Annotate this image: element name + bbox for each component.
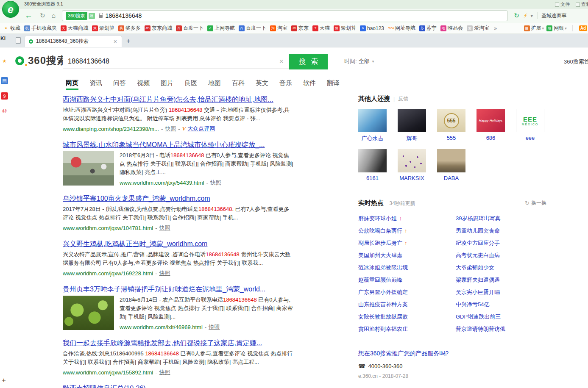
related-search-image[interactable] (358, 109, 387, 132)
hot-topic-item[interactable]: 广东男篮小外援确定 (358, 286, 456, 298)
site-link[interactable]: 大众点评网 (187, 125, 215, 133)
bookmark-item[interactable]: ✓ 上网导航 (207, 25, 235, 32)
related-search-label[interactable]: eee (516, 135, 544, 141)
result-thumbnail[interactable] (63, 296, 114, 330)
snapshot-link[interactable]: 快照 (165, 125, 176, 133)
hot-topic-item[interactable]: 范冰冰姐弟被限出境 (358, 261, 456, 274)
bookmark-item[interactable]: JD 京东商城 (145, 25, 172, 32)
titlebar-menu-item[interactable]: 文件 (555, 1, 570, 8)
toolbar-extra-item[interactable]: ▦ 扩展 ▾ (524, 25, 544, 32)
speed-mode-icon[interactable]: 速 (89, 13, 95, 19)
result-title-link[interactable]: 兴义野生鸡枞,吃鸡枞正当时_鸿蒙_worldhm.com (63, 239, 207, 248)
bookmark-item[interactable]: 机 手机收藏夹 (24, 25, 57, 32)
bookmarks-overflow-icon[interactable]: » (494, 25, 497, 31)
bookmark-item[interactable]: 苏 苏宁 (419, 25, 437, 32)
bookmark-item[interactable]: 爱 爱淘宝 (467, 25, 489, 32)
related-search-image[interactable] (398, 109, 426, 132)
bookmark-item[interactable]: 百 百度一下 (176, 25, 203, 32)
hot-topic-item[interactable]: 胖妹变环球小姐 ↑ (358, 212, 456, 224)
bookmark-item[interactable]: 唯 唯品会 (440, 25, 463, 32)
hot-topic-item[interactable]: 吴宗宪小巨蛋开唱 (456, 286, 507, 298)
related-search-label[interactable]: 686 (477, 135, 505, 141)
bookmark-item[interactable]: 7654 网址导航 (388, 25, 415, 32)
search-nav-tab[interactable]: 地图 (208, 76, 221, 90)
edge-gadget-icon[interactable]: ★ (1, 58, 8, 65)
search-nav-tab[interactable]: 资讯 (89, 76, 102, 90)
hot-topic-item[interactable]: 高考状元患白血病 (456, 249, 507, 261)
hot-topic-item[interactable]: 赵薇重回颜值巅峰 (358, 274, 456, 286)
search-nav-tab[interactable]: 网页 (66, 76, 78, 90)
snapshot-link[interactable]: 快照 (159, 269, 170, 277)
bookmark-item[interactable]: 奖 奖多多 (118, 25, 141, 32)
related-search-label[interactable]: 555 (437, 135, 465, 141)
bookmark-item[interactable]: T 天猫 (312, 25, 330, 32)
hot-topic-item[interactable]: 39岁杨思琦出写真 (456, 212, 507, 224)
search-input[interactable] (63, 58, 274, 65)
boost-lightning-icon[interactable]: ⚡ (524, 12, 528, 19)
feedback-link[interactable]: 反馈 (398, 95, 408, 103)
hot-topic-item[interactable]: 公款吃喝白条两行 ↑ (358, 224, 456, 237)
hot-topic-item[interactable]: 纪凌尘方回应分手 (456, 237, 507, 249)
snapshot-link[interactable]: 快照 (210, 179, 221, 186)
page-doc-icon[interactable] (16, 37, 21, 44)
related-search-label[interactable]: 广心水吉 (358, 135, 387, 142)
bookmark-item[interactable]: 淘 淘宝 (270, 25, 287, 32)
related-search-label[interactable]: 辉哥 (398, 135, 426, 142)
snapshot-link[interactable]: 快照 (159, 369, 170, 376)
clear-query-icon[interactable]: × (274, 57, 289, 66)
related-search-image[interactable] (437, 149, 465, 172)
search-nav-tab[interactable]: 翻译 (327, 76, 340, 90)
edge-gadget-icon[interactable]: 9 (1, 92, 8, 100)
chevron-down-icon[interactable]: ▾ (542, 26, 544, 30)
related-search-image[interactable] (398, 149, 426, 172)
hot-topic-item[interactable]: 中兴净亏54亿 (456, 298, 507, 310)
bookmark-item[interactable]: ★ 收藏 (3, 25, 20, 32)
hot-topic-item[interactable]: 普京邀请特朗普访俄 (456, 323, 507, 335)
hot-topic-item[interactable]: 贫困渔村到幸福农庄 (358, 323, 456, 335)
browser-logo-icon[interactable]: e (2, 1, 19, 18)
hot-topics-refresh-button[interactable]: ↻ 换一换 (525, 200, 546, 207)
bookmark-item[interactable]: 聚 聚划算 (92, 25, 114, 32)
result-title-link[interactable]: 贵州贞丰3万吨李子滞销搭把手别让好味道烂在泥地里_鸿蒙_world... (63, 285, 265, 294)
tab-close-icon[interactable]: × (113, 38, 118, 45)
result-thumbnail[interactable] (63, 151, 114, 186)
hot-topic-item[interactable]: 女院长被批放纵腐败 (358, 310, 456, 323)
bookmark-item[interactable]: 聚 聚划算 (334, 25, 356, 32)
hot-topic-item[interactable]: 副局长跑步后身亡 ↑ (358, 237, 456, 249)
result-title-link[interactable]: 我们一起去接手欣峰源雪糕批发部去,他们都说接了这家店,肯定赚... (63, 338, 262, 347)
related-search-label[interactable]: 6161 (358, 175, 387, 181)
toolbar-extra-item[interactable]: 银 网银 ▾ (546, 25, 567, 32)
search-button[interactable]: 搜索 (289, 54, 328, 69)
related-search-image[interactable]: Happy Holidays (477, 109, 505, 132)
search-nav-tab[interactable]: 良医 (184, 76, 197, 90)
bookmark-item[interactable]: 天 天猫商城 (61, 25, 88, 32)
search-home-link[interactable]: 360搜索首页 (564, 58, 588, 66)
edge-plus-button[interactable]: + (2, 376, 6, 385)
edge-gadget-icon[interactable]: @ (1, 107, 8, 114)
time-filter-dropdown[interactable]: 时间: 全部 ▾ (344, 58, 374, 65)
promo-link[interactable]: 想在360搜索推广您的产品服务吗? (358, 350, 449, 357)
news-ticker[interactable]: 圣城逃商事 (541, 12, 588, 19)
hot-topic-item[interactable]: GDP增速跌出前三 (456, 310, 507, 323)
search-nav-tab[interactable]: 百科 (232, 76, 245, 90)
related-search-label[interactable]: DABA (437, 175, 465, 181)
search-logo[interactable]: 360搜索 (15, 54, 67, 67)
bookmark-item[interactable]: h hao123 (360, 25, 384, 31)
search-nav-tab[interactable]: 图片 (161, 76, 173, 90)
result-title-link[interactable]: 乌沙镇平寨100亩火龙果盛产_鸿蒙_worldhm.com (63, 194, 210, 203)
bookmark-item[interactable]: 百 百度一下 (239, 25, 266, 32)
titlebar-menu-item[interactable]: 查看 (576, 1, 588, 8)
result-title-link[interactable]: 城市风景线,山水印象城当代MOMA上品湾城市体验中心璀璨绽放_... (63, 140, 265, 149)
chevron-down-icon[interactable]: ▾ (565, 26, 567, 30)
search-nav-tab[interactable]: 音乐 (279, 76, 292, 90)
hot-topic-item[interactable]: 大爷柔韧如少女 (456, 261, 507, 274)
result-title-link[interactable]: 黔西南招聘信息汇总(10-26)... (63, 384, 151, 388)
search-nav-tab[interactable]: 软件 (303, 76, 316, 90)
search-nav-tab[interactable]: 问答 (113, 76, 126, 90)
hot-topic-item[interactable]: 梁家辉夫妇遭偶遇 (456, 274, 507, 286)
result-title-link[interactable]: 西湖西路兴义七中对面(乌江片片鱼旁)怎么去,怡品汇酒楼的地址,地图... (63, 95, 273, 104)
new-tab-button[interactable]: + (126, 37, 130, 45)
back-icon[interactable]: ← (25, 11, 33, 20)
hot-topic-item[interactable]: 美国加州大火肆虐 (358, 249, 456, 261)
session-restore-icon[interactable]: ↻ (514, 12, 519, 19)
